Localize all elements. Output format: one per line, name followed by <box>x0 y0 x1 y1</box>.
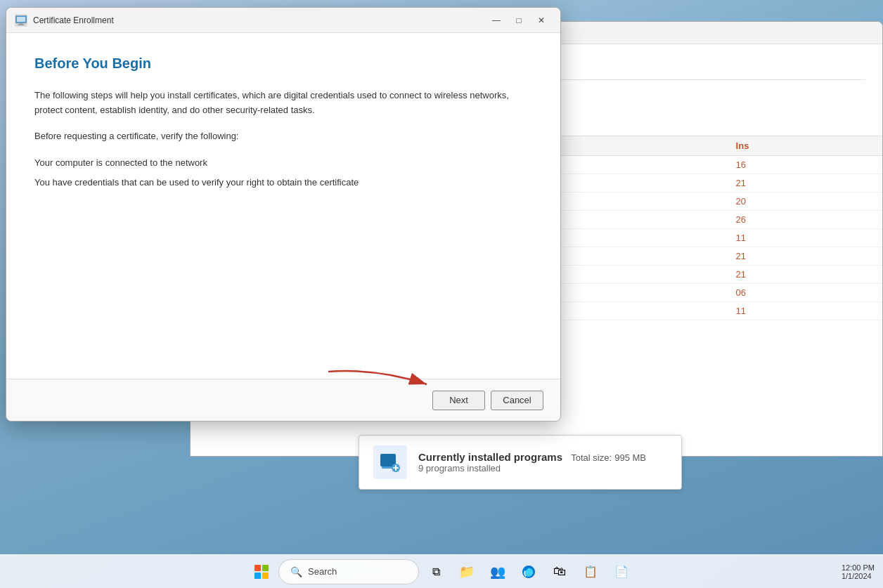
cert-title-left: Certificate Enrollment <box>15 14 114 27</box>
next-button[interactable]: Next <box>432 391 485 410</box>
edge-icon <box>521 564 536 580</box>
svg-rect-4 <box>17 17 25 22</box>
cell-installed: 20 <box>728 192 882 211</box>
search-text: Search <box>308 566 337 577</box>
cell-installed: 26 <box>728 211 882 229</box>
summary-title: Currently installed programs Total size:… <box>418 451 646 463</box>
taskbar-right: 12:00 PM1/1/2024 <box>842 563 875 580</box>
search-bar[interactable]: 🔍 Search <box>278 559 419 584</box>
programs-taskbar-button[interactable]: 📋 <box>576 558 605 586</box>
summary-text: Currently installed programs Total size:… <box>418 451 646 473</box>
taskbar-center: 🔍 Search ⧉ 📁 👥 🛍 📋 <box>247 558 636 586</box>
programs-summary: Currently installed programs Total size:… <box>359 435 682 490</box>
windows-logo <box>254 565 269 579</box>
svg-rect-7 <box>16 22 18 23</box>
task-view-icon: ⧉ <box>432 566 440 578</box>
cert-enrollment-dialog: Certificate Enrollment — □ ✕ Before You … <box>6 7 561 422</box>
total-size-value: 995 MB <box>614 452 646 463</box>
total-size-label: Total size: <box>571 452 612 463</box>
window-controls: — □ ✕ <box>486 12 552 29</box>
cert-heading: Before You Begin <box>34 55 532 72</box>
cell-installed: 11 <box>728 229 882 247</box>
edge-button[interactable] <box>515 558 543 586</box>
programs-taskbar-icon: 📋 <box>584 565 598 578</box>
maximize-button[interactable]: □ <box>508 12 529 29</box>
cert-title-bar: Certificate Enrollment — □ ✕ <box>6 8 560 33</box>
task-view-button[interactable]: ⧉ <box>422 558 450 586</box>
summary-icon <box>373 445 407 479</box>
checklist-item: Your computer is connected to the networ… <box>34 155 532 171</box>
certificate-taskbar-button[interactable]: 📄 <box>607 558 636 586</box>
certificate-taskbar-icon: 📄 <box>614 565 629 578</box>
teams-icon: 👥 <box>490 564 505 580</box>
cell-installed: 06 <box>728 284 882 302</box>
close-button[interactable]: ✕ <box>531 12 552 29</box>
arrow-indicator <box>321 365 434 400</box>
cell-installed: 21 <box>728 266 882 284</box>
cert-para-2: Before requesting a certificate, verify … <box>34 129 532 144</box>
cert-checklist: Your computer is connected to the networ… <box>34 155 532 190</box>
cert-body: Before You Begin The following steps wil… <box>6 33 560 379</box>
svg-rect-5 <box>19 23 23 25</box>
file-explorer-icon: 📁 <box>459 564 475 580</box>
file-explorer-button[interactable]: 📁 <box>453 558 481 586</box>
cert-window-icon <box>15 14 27 27</box>
cell-installed: 21 <box>728 174 882 192</box>
microsoft-store-button[interactable]: 🛍 <box>546 558 574 586</box>
store-icon: 🛍 <box>553 564 566 579</box>
col-installed: Ins <box>728 136 882 156</box>
programs-count: 9 programs installed <box>418 463 646 473</box>
cell-installed: 16 <box>728 156 882 174</box>
minimize-button[interactable]: — <box>486 12 507 29</box>
cell-installed: 21 <box>728 247 882 266</box>
cell-installed: 11 <box>728 302 882 320</box>
cert-footer: Next Cancel <box>6 379 560 421</box>
taskbar: 🔍 Search ⧉ 📁 👥 🛍 📋 <box>0 554 883 588</box>
cancel-button[interactable]: Cancel <box>491 391 543 410</box>
svg-rect-6 <box>18 25 25 25</box>
windows-start-button[interactable] <box>247 558 276 586</box>
teams-button[interactable]: 👥 <box>484 558 512 586</box>
search-icon: 🔍 <box>290 566 302 577</box>
cert-para-1: The following steps will help you instal… <box>34 89 532 118</box>
cert-title-text: Certificate Enrollment <box>33 15 114 25</box>
checklist-item: You have credentials that can be used to… <box>34 174 532 190</box>
clock: 12:00 PM1/1/2024 <box>842 563 875 580</box>
